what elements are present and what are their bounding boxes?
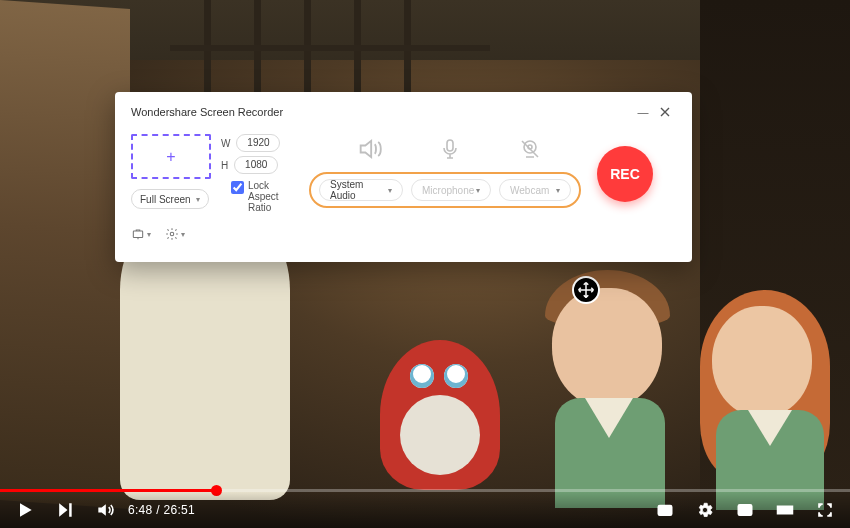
- height-label: H: [221, 160, 228, 171]
- move-cursor-icon[interactable]: [572, 276, 600, 304]
- chevron-down-icon: ▾: [196, 195, 200, 204]
- lock-aspect-checkbox[interactable]: [231, 181, 244, 194]
- character-robot-eye-right: [444, 364, 468, 388]
- settings-button[interactable]: ▾: [165, 227, 185, 241]
- miniplayer-button[interactable]: [734, 499, 756, 521]
- character-boy-head: [552, 288, 662, 408]
- lock-aspect-label: Lock Aspect Ratio: [248, 180, 291, 213]
- svg-point-4: [170, 232, 174, 236]
- system-audio-label: System Audio: [330, 179, 388, 201]
- height-input[interactable]: 1080: [234, 156, 278, 174]
- svg-rect-0: [447, 140, 453, 151]
- capture-area-button[interactable]: +: [131, 134, 211, 179]
- play-button[interactable]: [14, 499, 36, 521]
- chevron-down-icon: ▾: [476, 186, 480, 195]
- system-audio-dropdown[interactable]: System Audio ▾: [319, 179, 403, 201]
- theater-button[interactable]: [774, 499, 796, 521]
- output-location-button[interactable]: ▾: [131, 227, 151, 241]
- recorder-window: Wondershare Screen Recorder — + Full Scr…: [115, 92, 692, 262]
- webcam-icon: [513, 134, 547, 164]
- svg-rect-7: [745, 509, 750, 514]
- webcam-dropdown[interactable]: Webcam ▾: [499, 179, 571, 201]
- screenshot-stage: Wondershare Screen Recorder — + Full Scr…: [0, 0, 850, 528]
- video-player-bar: 6:48 / 26:51: [0, 492, 850, 528]
- fullscreen-dropdown[interactable]: Full Screen ▾: [131, 189, 209, 209]
- fullscreen-button[interactable]: [814, 499, 836, 521]
- character-robot-eye-left: [410, 364, 434, 388]
- fullscreen-label: Full Screen: [140, 194, 191, 205]
- chevron-down-icon: ▾: [388, 186, 392, 195]
- duration: 26:51: [163, 503, 195, 517]
- microphone-label: Microphone: [422, 185, 474, 196]
- recorder-title: Wondershare Screen Recorder: [131, 106, 632, 118]
- record-button[interactable]: REC: [597, 146, 653, 202]
- player-settings-button[interactable]: [694, 499, 716, 521]
- chevron-down-icon: ▾: [556, 186, 560, 195]
- speaker-icon: [353, 134, 387, 164]
- character-girl-head: [712, 306, 812, 418]
- captions-button[interactable]: [654, 499, 676, 521]
- webcam-label: Webcam: [510, 185, 549, 196]
- svg-rect-8: [778, 506, 793, 514]
- svg-rect-5: [658, 506, 672, 516]
- svg-point-1: [524, 141, 536, 153]
- minimize-button[interactable]: —: [632, 101, 654, 123]
- character-robot-belly: [400, 395, 480, 475]
- width-input[interactable]: 1920: [236, 134, 280, 152]
- width-label: W: [221, 138, 230, 149]
- microphone-dropdown[interactable]: Microphone ▾: [411, 179, 491, 201]
- volume-button[interactable]: [94, 499, 116, 521]
- record-label: REC: [610, 166, 640, 182]
- video-time-display: 6:48 / 26:51: [128, 503, 195, 517]
- next-button[interactable]: [54, 499, 76, 521]
- chevron-down-icon: ▾: [181, 230, 185, 239]
- close-button[interactable]: [654, 101, 676, 123]
- scene-wall-left: [0, 0, 130, 509]
- scene-bar-cross: [170, 45, 490, 51]
- chevron-down-icon: ▾: [147, 230, 151, 239]
- current-time: 6:48: [128, 503, 153, 517]
- microphone-icon: [433, 134, 467, 164]
- source-selection-group: System Audio ▾ Microphone ▾ Webcam ▾: [309, 172, 581, 208]
- svg-rect-3: [133, 231, 142, 237]
